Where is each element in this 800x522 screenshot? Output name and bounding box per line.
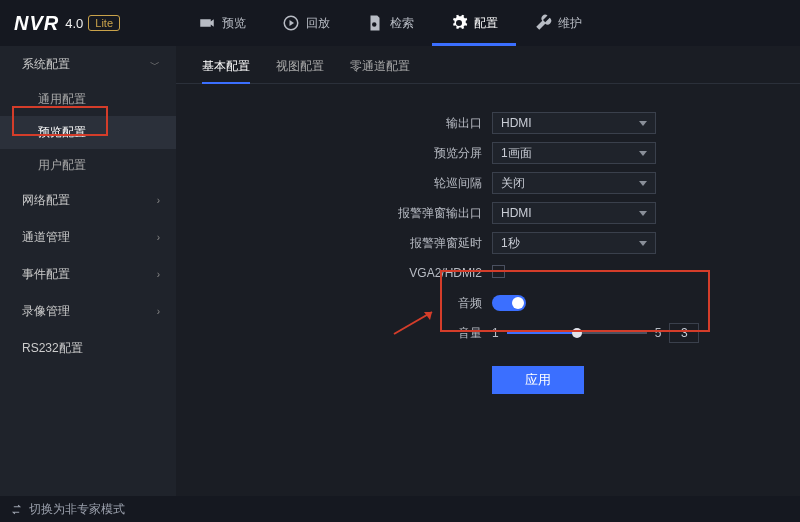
tab-basic[interactable]: 基本配置 — [202, 58, 250, 83]
config-tabs: 基本配置 视图配置 零通道配置 — [176, 46, 800, 84]
chevron-down-icon: ﹀ — [150, 58, 160, 72]
main-area: 系统配置 ﹀ 通用配置 预览配置 用户配置 网络配置› 通道管理› 事件配置› … — [0, 46, 800, 496]
label-preview-split: 预览分屏 — [176, 145, 482, 162]
settings-form: 输出口 HDMI 预览分屏 1画面 轮巡间隔 关闭 报警弹窗输出口 HDMI 报… — [176, 84, 800, 394]
nav-label: 配置 — [474, 15, 498, 32]
lite-badge: Lite — [88, 15, 120, 31]
footer: 切换为非专家模式 — [0, 496, 800, 522]
select-value: 1画面 — [501, 145, 532, 162]
label-patrol-interval: 轮巡间隔 — [176, 175, 482, 192]
gear-icon — [450, 14, 468, 32]
apply-button[interactable]: 应用 — [492, 366, 584, 394]
nav-maintain[interactable]: 维护 — [516, 0, 600, 46]
select-value: 1秒 — [501, 235, 520, 252]
content-area: 基本配置 视图配置 零通道配置 输出口 HDMI 预览分屏 1画面 轮巡间隔 关… — [176, 46, 800, 496]
slider-fill — [507, 332, 577, 334]
nav-config[interactable]: 配置 — [432, 0, 516, 46]
nav-playback[interactable]: 回放 — [264, 0, 348, 46]
select-value: 关闭 — [501, 175, 525, 192]
nav-label: 维护 — [558, 15, 582, 32]
sidebar-item-network[interactable]: 网络配置› — [0, 182, 176, 219]
label-alarm-delay: 报警弹窗延时 — [176, 235, 482, 252]
sidebar-item-label: RS232配置 — [22, 340, 83, 357]
app-header: NVR 4.0 Lite 预览 回放 检索 配置 维护 — [0, 0, 800, 46]
tab-label: 零通道配置 — [350, 59, 410, 73]
label-alarm-output: 报警弹窗输出口 — [176, 205, 482, 222]
nav-label: 预览 — [222, 15, 246, 32]
label-output-port: 输出口 — [176, 115, 482, 132]
sidebar-item-label: 录像管理 — [22, 303, 70, 320]
wrench-icon — [534, 14, 552, 32]
chevron-right-icon: › — [157, 195, 160, 206]
select-value: HDMI — [501, 116, 532, 130]
chevron-right-icon: › — [157, 306, 160, 317]
nav-label: 回放 — [306, 15, 330, 32]
camera-icon — [198, 14, 216, 32]
sidebar-label: 系统配置 — [22, 56, 70, 73]
sidebar-item-event[interactable]: 事件配置› — [0, 256, 176, 293]
sidebar-item-label: 事件配置 — [22, 266, 70, 283]
sidebar-head-system[interactable]: 系统配置 ﹀ — [0, 46, 176, 83]
slider-thumb[interactable] — [572, 328, 582, 338]
sidebar-item-user[interactable]: 用户配置 — [0, 149, 176, 182]
volume-input[interactable] — [669, 323, 699, 343]
app-logo: NVR — [14, 12, 59, 35]
checkbox-vga2-hdmi2[interactable] — [492, 265, 505, 278]
sidebar: 系统配置 ﹀ 通用配置 预览配置 用户配置 网络配置› 通道管理› 事件配置› … — [0, 46, 176, 496]
playback-icon — [282, 14, 300, 32]
volume-min: 1 — [492, 326, 499, 340]
volume-slider[interactable] — [507, 332, 647, 334]
tab-view[interactable]: 视图配置 — [276, 58, 324, 83]
select-alarm-delay[interactable]: 1秒 — [492, 232, 656, 254]
sidebar-item-channel[interactable]: 通道管理› — [0, 219, 176, 256]
tab-label: 视图配置 — [276, 59, 324, 73]
label-vga2-hdmi2: VGA2/HDMI2 — [176, 266, 482, 280]
select-preview-split[interactable]: 1画面 — [492, 142, 656, 164]
sidebar-item-rs232[interactable]: RS232配置 — [0, 330, 176, 367]
sidebar-item-label: 网络配置 — [22, 192, 70, 209]
sidebar-item-label: 用户配置 — [38, 158, 86, 172]
nav-preview[interactable]: 预览 — [180, 0, 264, 46]
switch-icon — [10, 503, 23, 516]
sidebar-item-general[interactable]: 通用配置 — [0, 83, 176, 116]
app-version: 4.0 — [65, 16, 83, 31]
chevron-right-icon: › — [157, 269, 160, 280]
select-output-port[interactable]: HDMI — [492, 112, 656, 134]
top-nav: 预览 回放 检索 配置 维护 — [180, 0, 600, 46]
sidebar-group-system: 系统配置 ﹀ 通用配置 预览配置 用户配置 — [0, 46, 176, 182]
label-audio: 音频 — [176, 295, 482, 312]
chevron-right-icon: › — [157, 232, 160, 243]
toggle-audio[interactable] — [492, 295, 526, 311]
select-alarm-output[interactable]: HDMI — [492, 202, 656, 224]
sidebar-item-record[interactable]: 录像管理› — [0, 293, 176, 330]
tab-label: 基本配置 — [202, 59, 250, 73]
nav-label: 检索 — [390, 15, 414, 32]
search-file-icon — [366, 14, 384, 32]
label-volume: 音量 — [176, 325, 482, 342]
tab-zero-channel[interactable]: 零通道配置 — [350, 58, 410, 83]
sidebar-item-label: 预览配置 — [38, 125, 86, 139]
select-patrol-interval[interactable]: 关闭 — [492, 172, 656, 194]
sidebar-item-label: 通道管理 — [22, 229, 70, 246]
sidebar-item-label: 通用配置 — [38, 92, 86, 106]
select-value: HDMI — [501, 206, 532, 220]
footer-toggle[interactable]: 切换为非专家模式 — [29, 501, 125, 518]
nav-search[interactable]: 检索 — [348, 0, 432, 46]
volume-max: 5 — [655, 326, 662, 340]
sidebar-item-preview[interactable]: 预览配置 — [0, 116, 176, 149]
